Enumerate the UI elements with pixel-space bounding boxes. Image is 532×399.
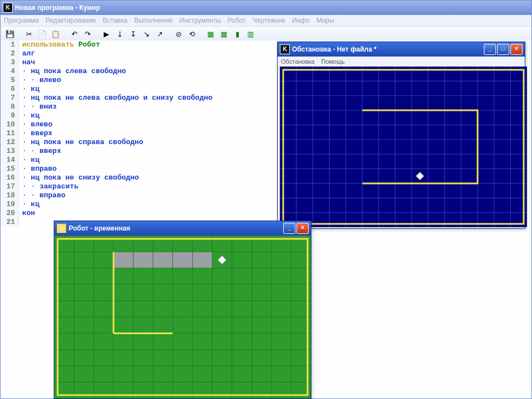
code-text: · · закрасить — [19, 182, 78, 191]
maximize-button[interactable]: □ — [497, 44, 509, 55]
environment-grid[interactable] — [280, 66, 527, 227]
close-button[interactable]: × — [510, 44, 523, 55]
menu-item[interactable]: Программа — [4, 17, 39, 24]
line-number: 10 — [1, 120, 19, 129]
line-number: 4 — [1, 67, 19, 76]
env-icon: K — [280, 44, 290, 54]
code-text: кон — [19, 209, 35, 218]
environment-titlebar[interactable]: K Обстановка - Нет файла * _ □ × — [278, 42, 525, 57]
svg-rect-35 — [192, 252, 212, 268]
line-number: 17 — [1, 182, 19, 191]
menu-item[interactable]: Выполнение — [134, 17, 173, 24]
cut-icon[interactable]: ✂ — [23, 28, 35, 40]
grid3-icon[interactable]: ▮ — [231, 28, 243, 40]
undo-icon[interactable]: ↶ — [68, 28, 80, 40]
code-text: · кц — [19, 111, 39, 120]
reset-icon[interactable]: ⟲ — [186, 28, 198, 40]
step-into-icon[interactable]: ↘ — [140, 28, 152, 40]
code-text: · · влево — [19, 76, 61, 85]
svg-rect-31 — [114, 252, 134, 268]
code-text: · · вверх — [19, 147, 61, 156]
code-text: · · вправо — [19, 191, 65, 200]
line-number: 15 — [1, 165, 19, 173]
code-text: · вправо — [19, 165, 57, 173]
code-text: · кц — [19, 85, 39, 94]
menu-item[interactable]: Вставка — [103, 17, 127, 24]
robot-titlebar[interactable]: ☺ Робот - временная _ × — [54, 221, 311, 236]
robot-grid[interactable] — [54, 236, 311, 398]
environment-title: Обстановка - Нет файла * — [292, 42, 376, 57]
robot-icon: ☺ — [57, 223, 66, 233]
line-number: 3 — [1, 58, 19, 67]
line-number: 14 — [1, 156, 19, 165]
code-text: · нц пока не снизу свободно — [19, 173, 139, 182]
menu-item[interactable]: Обстановка — [281, 58, 314, 65]
stop-icon[interactable]: ⊘ — [172, 28, 185, 40]
line-number: 18 — [1, 191, 19, 200]
grid1-icon[interactable]: ▦ — [204, 28, 217, 40]
minimize-button[interactable]: _ — [283, 223, 295, 234]
code-text: · влево — [19, 120, 53, 129]
line-number: 5 — [1, 76, 19, 85]
line-number: 12 — [1, 138, 19, 147]
code-text: использовать Робот — [19, 40, 100, 49]
menu-item[interactable]: Редактирование — [45, 17, 96, 24]
menu-bar: ПрограммаРедактированиеВставкаВыполнение… — [1, 15, 531, 27]
main-titlebar[interactable]: K Новая программа - Кумир — [1, 1, 531, 15]
line-number: 11 — [1, 129, 19, 138]
code-text: · вверх — [19, 129, 53, 138]
menu-item[interactable]: Робот — [228, 17, 246, 24]
menu-item[interactable]: Помощь — [321, 58, 345, 65]
line-number: 7 — [1, 94, 19, 103]
line-number: 1 — [1, 40, 19, 49]
redo-icon[interactable]: ↷ — [81, 28, 94, 40]
environment-window[interactable]: K Обстановка - Нет файла * _ □ × Обстано… — [277, 42, 525, 229]
step-out-icon[interactable]: ↗ — [154, 28, 166, 40]
svg-rect-0 — [280, 66, 527, 227]
run-icon[interactable]: ▶ — [100, 28, 112, 40]
menu-item[interactable]: Инструменты — [180, 17, 221, 24]
menu-item[interactable]: Инфо — [292, 17, 310, 24]
main-title: Новая программа - Кумир — [15, 1, 100, 15]
line-number: 21 — [1, 218, 19, 227]
grid4-icon[interactable]: ▥ — [244, 28, 257, 40]
line-number: 6 — [1, 85, 19, 94]
close-button[interactable]: × — [296, 223, 309, 234]
svg-rect-32 — [133, 252, 153, 268]
code-text: · нц пока слева свободно — [19, 67, 126, 76]
line-number: 9 — [1, 111, 19, 120]
app-icon: K — [3, 3, 13, 13]
paste-icon[interactable]: 📋 — [49, 28, 62, 40]
svg-rect-34 — [173, 252, 193, 268]
step-icon[interactable]: ⤓ — [114, 28, 126, 40]
line-number: 8 — [1, 103, 19, 111]
code-text — [19, 218, 22, 227]
save-icon[interactable]: 💾 — [4, 28, 16, 40]
code-text: · нц пока не слева свободно и снизу своб… — [19, 94, 212, 103]
code-text: · · вниз — [19, 103, 57, 111]
line-number: 19 — [1, 200, 19, 209]
toolbar: 💾✂📄📋↶↷▶⤓↧↘↗⊘⟲▦▦▮▥ — [1, 27, 531, 42]
menu-item[interactable]: Чертежник — [253, 17, 286, 24]
grid2-icon[interactable]: ▦ — [218, 28, 230, 40]
minimize-button[interactable]: _ — [484, 44, 496, 55]
code-text: · нц пока не справа свободно — [19, 138, 143, 147]
robot-title: Робот - временная — [69, 221, 130, 236]
environment-menu-bar: ОбстановкаПомощь — [278, 57, 525, 66]
menu-item[interactable]: Миры — [316, 17, 334, 24]
line-number: 2 — [1, 49, 19, 58]
robot-window[interactable]: ☺ Робот - временная _ × — [54, 221, 311, 399]
line-number: 16 — [1, 173, 19, 182]
code-text: · кц — [19, 200, 39, 209]
code-text: алг — [19, 49, 35, 58]
svg-rect-33 — [153, 252, 173, 268]
code-text: · кц — [19, 156, 39, 165]
copy-icon[interactable]: 📄 — [36, 28, 48, 40]
line-number: 20 — [1, 209, 19, 218]
code-text: нач — [19, 58, 35, 67]
step-over-icon[interactable]: ↧ — [127, 28, 139, 40]
line-number: 13 — [1, 147, 19, 156]
